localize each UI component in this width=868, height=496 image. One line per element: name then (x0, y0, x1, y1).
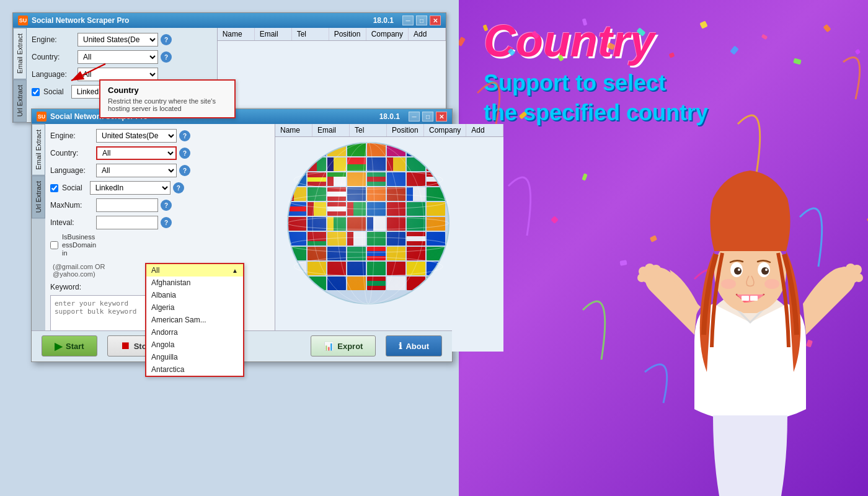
svg-rect-11 (427, 143, 445, 156)
minimize-btn1[interactable]: ─ (402, 16, 414, 25)
inteval-help[interactable]: ? (161, 217, 172, 228)
th-add1: Add (409, 28, 446, 40)
svg-point-134 (764, 279, 779, 289)
svg-point-129 (738, 268, 740, 271)
svg-point-130 (765, 268, 768, 271)
window2-titlebar: SU Social Network Scraper Pro 18.0.1 ─ □… (32, 109, 452, 124)
language-select2[interactable]: All (96, 164, 177, 177)
window2-version: 18.0.1 (379, 112, 400, 121)
maximize-btn2[interactable]: □ (422, 112, 433, 122)
country-help1[interactable]: ? (161, 51, 172, 63)
maxnum-help[interactable]: ? (161, 200, 172, 211)
engine-label2: Engine: (50, 131, 94, 140)
th-name1: Name (218, 28, 255, 40)
th-name2: Name (275, 124, 312, 136)
start-icon: ▶ (55, 340, 62, 352)
dropdown-item-albania[interactable]: Albania (146, 289, 243, 301)
country-label2: Country: (50, 149, 94, 157)
svg-line-1 (71, 64, 105, 81)
th-tel2: Tel (350, 124, 387, 136)
svg-point-113 (288, 143, 449, 304)
maxnum-label: MaxNum: (50, 201, 94, 210)
confetti-piece (855, 49, 861, 55)
country-label1: Country: (32, 53, 75, 61)
engine-select2[interactable]: United States(De (96, 129, 177, 143)
confetti-piece (823, 24, 831, 33)
confetti-piece (669, 52, 675, 58)
svg-rect-4 (288, 143, 306, 156)
social-checkbox2[interactable] (50, 184, 58, 192)
confetti-piece (582, 173, 587, 180)
dropdown-item-anguilla[interactable]: Anguilla (146, 351, 243, 363)
confetti-piece (730, 46, 739, 55)
tab-email-extract2[interactable]: Email Extract (32, 124, 45, 175)
about-button[interactable]: ℹ About (386, 335, 442, 356)
th-email1: Email (255, 28, 292, 40)
dropdown-item-algeria[interactable]: Algeria (146, 301, 243, 314)
svg-rect-96 (288, 262, 294, 275)
svg-point-127 (734, 267, 742, 275)
confetti-piece (551, 216, 559, 224)
th-company1: Company (366, 28, 409, 40)
red-arrow (59, 61, 108, 86)
country-help2[interactable]: ? (179, 148, 190, 159)
app-icon2: SU (37, 112, 46, 122)
engine-help1[interactable]: ? (161, 34, 172, 45)
app-icon1: SU (18, 16, 28, 25)
maxnum-input[interactable] (96, 198, 158, 212)
minimize-btn2[interactable]: ─ (409, 112, 420, 122)
dropdown-item-all[interactable]: All ▲ (146, 264, 243, 277)
social-label2: Social (62, 184, 82, 192)
svg-point-138 (651, 265, 661, 275)
exprot-button[interactable]: 📊 Exprot (311, 335, 376, 356)
confetti-piece (761, 34, 768, 40)
tab-url-extract1[interactable]: Url Extract (13, 79, 27, 122)
country-dropdown[interactable]: All ▲ Afghanistan Albania Algeria Americ… (145, 263, 244, 377)
excel-icon: 📊 (324, 342, 334, 351)
close-btn1[interactable]: ✕ (430, 16, 441, 25)
dropdown-item-antarctica[interactable]: Antarctica (146, 363, 243, 376)
engine-label1: Engine: (32, 35, 75, 44)
confetti-piece (619, 260, 627, 266)
confetti-piece (793, 58, 802, 65)
svg-rect-104 (288, 277, 306, 290)
th-tel1: Tel (292, 28, 329, 40)
tooltip-title: Country (108, 86, 227, 95)
dropdown-item-american-samoa[interactable]: American Sam... (146, 314, 243, 326)
character-svg (632, 136, 868, 496)
tab-email-extract1[interactable]: Email Extract (13, 28, 27, 79)
dropdown-item-angola[interactable]: Angola (146, 339, 243, 351)
start-button[interactable]: ▶ Start (42, 335, 97, 356)
svg-point-128 (761, 267, 769, 275)
th-add2: Add (466, 124, 503, 136)
th-email2: Email (312, 124, 350, 136)
close-btn2[interactable]: ✕ (436, 112, 447, 122)
svg-point-133 (721, 279, 736, 289)
svg-rect-112 (427, 277, 445, 290)
svg-rect-5 (308, 143, 326, 156)
social-help2[interactable]: ? (173, 182, 184, 193)
country-select2[interactable]: All (96, 146, 177, 160)
inteval-label: Inteval: (50, 218, 94, 227)
social-checkbox1[interactable] (32, 88, 40, 96)
promo-subtitle-line2: the specified country (484, 99, 708, 126)
info-icon: ℹ (399, 341, 402, 351)
dropdown-item-andorra[interactable]: Andorra (146, 326, 243, 339)
window1-titlebar: SU Social Network Scraper Pro 18.0.1 ─ □… (13, 13, 446, 28)
engine-select1[interactable]: United States(De (78, 33, 158, 46)
isbusiness-checkbox[interactable] (50, 241, 58, 249)
dropdown-item-afghanistan[interactable]: Afghanistan (146, 277, 243, 289)
window2: SU Social Network Scraper Pro 18.0.1 ─ □… (31, 108, 453, 362)
inteval-input[interactable] (96, 216, 158, 229)
svg-rect-14 (288, 167, 306, 171)
language-help2[interactable]: ? (179, 165, 190, 176)
country-tooltip: Country Restrict the country where the s… (99, 79, 236, 118)
window1-title: Social Network Scraper Pro (32, 16, 129, 25)
maximize-btn1[interactable]: □ (416, 16, 427, 25)
th-position2: Position (387, 124, 424, 136)
social-select2[interactable]: LinkedIn (90, 181, 170, 195)
engine-help2[interactable]: ? (179, 130, 190, 141)
tab-url-extract2[interactable]: Url Extract (32, 175, 45, 218)
svg-rect-26 (427, 157, 445, 171)
character-illustration (632, 136, 868, 496)
